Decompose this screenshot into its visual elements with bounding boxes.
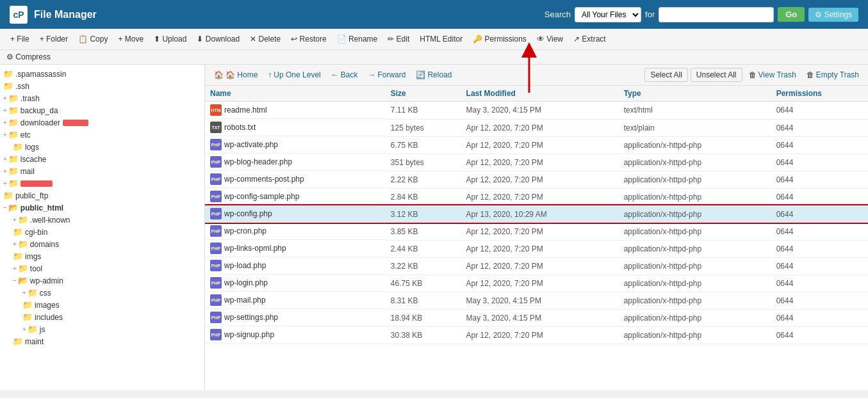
col-header-permissions[interactable]: Permissions <box>771 86 868 102</box>
sidebar-item-images[interactable]: 📁 images <box>0 299 204 311</box>
table-row[interactable]: PHPwp-mail.php8.31 KBMay 3, 2020, 4:15 P… <box>205 292 868 309</box>
col-header-type[interactable]: Type <box>619 86 771 102</box>
table-row[interactable]: PHPwp-blog-header.php351 bytesApr 12, 20… <box>205 154 868 171</box>
search-input[interactable] <box>659 7 774 22</box>
sidebar-item-downloader[interactable]: + 📁 downloader <box>0 116 204 129</box>
file-name-cell[interactable]: PHPwp-mail.php <box>205 292 386 309</box>
expand-icon[interactable]: + <box>3 107 7 114</box>
table-row[interactable]: PHPwp-signup.php30.38 KBApr 12, 2020, 7:… <box>205 326 868 344</box>
expand-icon[interactable]: + <box>13 241 17 248</box>
table-row[interactable]: PHPwp-config.php3.12 KBApr 13, 2020, 10:… <box>205 205 868 223</box>
settings-button[interactable]: ⚙ Settings <box>808 8 858 22</box>
sidebar-item-domains[interactable]: + 📁 domains <box>0 238 204 250</box>
table-row[interactable]: TXTrobots.txt125 bytesApr 12, 2020, 7:20… <box>205 119 868 136</box>
expand-icon[interactable]: + <box>22 326 26 333</box>
unselect-all-button[interactable]: Unselect All <box>691 68 742 82</box>
sidebar-item-cgi-bin[interactable]: 📁 cgi-bin <box>0 226 204 238</box>
file-name-cell[interactable]: PHPwp-config.php <box>205 205 386 223</box>
table-row[interactable]: PHPwp-activate.php6.75 KBApr 12, 2020, 7… <box>205 136 868 154</box>
copy-button[interactable]: 📋 Copy <box>74 33 111 45</box>
table-row[interactable]: PHPwp-login.php46.75 KBApr 12, 2020, 7:2… <box>205 275 868 292</box>
file-name-cell[interactable]: PHPwp-settings.php <box>205 309 386 326</box>
back-button[interactable]: ← Back <box>327 68 362 81</box>
file-name-cell[interactable]: PHPwp-activate.php <box>205 136 386 154</box>
expand-icon[interactable]: − <box>3 204 7 211</box>
file-name-cell[interactable]: PHPwp-cron.php <box>205 223 386 240</box>
restore-button[interactable]: ↩ Restore <box>287 33 330 45</box>
table-row[interactable]: PHPwp-load.php3.22 KBApr 12, 2020, 7:20 … <box>205 257 868 275</box>
sidebar-item-lscache[interactable]: + 📁 lscache <box>0 153 204 165</box>
move-button[interactable]: + Move <box>114 33 147 45</box>
empty-trash-button[interactable]: 🗑 Empty Trash <box>803 68 863 81</box>
view-trash-button[interactable]: 🗑 View Trash <box>745 68 800 81</box>
sidebar-item-css[interactable]: + 📁 css <box>0 287 204 299</box>
expand-icon[interactable]: + <box>13 216 17 223</box>
html-editor-button[interactable]: HTML Editor <box>416 33 466 45</box>
expand-icon[interactable]: + <box>3 155 7 163</box>
edit-button[interactable]: ✏ Edit <box>384 33 413 45</box>
file-name-cell[interactable]: PHPwp-config-sample.php <box>205 188 386 205</box>
table-row[interactable]: PHPwp-config-sample.php2.84 KBApr 12, 20… <box>205 188 868 205</box>
download-button[interactable]: ⬇ Download <box>193 33 243 45</box>
col-header-name[interactable]: Name <box>205 86 386 102</box>
expand-icon[interactable]: + <box>3 168 7 175</box>
file-name-cell[interactable]: PHPwp-load.php <box>205 257 386 275</box>
expand-icon[interactable]: + <box>22 289 26 296</box>
expand-icon[interactable]: − <box>13 277 17 284</box>
sidebar-item-etc[interactable]: + 📁 etc <box>0 129 204 141</box>
table-row[interactable]: HTMreadme.html7.11 KBMay 3, 2020, 4:15 P… <box>205 102 868 120</box>
file-name-cell[interactable]: PHPwp-login.php <box>205 275 386 292</box>
upload-button[interactable]: ⬆ Upload <box>150 33 190 45</box>
forward-button[interactable]: → Forward <box>364 68 409 81</box>
expand-icon[interactable]: + <box>3 119 7 126</box>
sidebar-item-maint[interactable]: 📁 maint <box>0 335 204 347</box>
sidebar-item-imgs[interactable]: 📁 imgs <box>0 250 204 262</box>
expand-icon[interactable]: + <box>3 131 7 138</box>
expand-icon[interactable]: + <box>13 265 17 272</box>
col-header-modified[interactable]: Last Modified <box>461 86 619 102</box>
rename-button[interactable]: 📄 Rename <box>333 33 382 45</box>
sidebar-item-tool[interactable]: + 📁 tool <box>0 262 204 275</box>
permissions-button[interactable]: 🔑 Permissions <box>469 33 530 45</box>
new-folder-button[interactable]: + Folder <box>36 33 72 45</box>
sidebar-item-trash[interactable]: + 📁 .trash <box>0 92 204 104</box>
sidebar-item-wp-admin[interactable]: − 📂 wp-admin <box>0 275 204 287</box>
table-row[interactable]: PHPwp-comments-post.php2.22 KBApr 12, 20… <box>205 171 868 188</box>
new-file-button[interactable]: + File <box>6 33 33 45</box>
sidebar-item-public-ftp[interactable]: 📁 public_ftp <box>0 189 204 202</box>
select-all-button[interactable]: Select All <box>644 68 687 82</box>
sidebar-item-includes[interactable]: 📁 includes <box>0 311 204 323</box>
file-name-cell[interactable]: HTMreadme.html <box>205 102 386 119</box>
table-row[interactable]: PHPwp-settings.php18.94 KBMay 3, 2020, 4… <box>205 309 868 326</box>
sidebar-item-backup[interactable]: + 📁 backup_da <box>0 104 204 116</box>
compress-button[interactable]: ⚙ Compress <box>6 52 51 61</box>
up-one-level-button[interactable]: ↑ Up One Level <box>264 68 324 81</box>
expand-icon[interactable]: + <box>3 180 7 187</box>
sidebar-item-js[interactable]: + 📁 js <box>0 323 204 335</box>
sidebar-item-well-known[interactable]: + 📁 .well-known <box>0 214 204 226</box>
reload-button[interactable]: 🔄 Reload <box>412 68 455 81</box>
sidebar-item-ssh[interactable]: 📁 .ssh <box>0 80 204 92</box>
view-button[interactable]: 👁 View <box>533 33 567 45</box>
sidebar-item-mail[interactable]: + 📁 mail <box>0 165 204 177</box>
go-button[interactable]: Go <box>778 7 805 22</box>
file-name-cell[interactable]: TXTrobots.txt <box>205 119 386 136</box>
search-scope-select[interactable]: All Your Files File Name File Content <box>575 7 641 22</box>
file-name-cell[interactable]: PHPwp-links-opml.php <box>205 240 386 257</box>
home-button[interactable]: 🏠 🏠 Home <box>210 68 261 81</box>
file-name-cell[interactable]: PHPwp-blog-header.php <box>205 154 386 171</box>
file-name-cell[interactable]: PHPwp-signup.php <box>205 326 386 344</box>
extract-button[interactable]: ↗ Extract <box>569 33 610 45</box>
expand-icon[interactable]: + <box>3 95 7 102</box>
file-table-container[interactable]: Name Size Last Modified Type Permissions… <box>205 86 868 390</box>
sidebar-item-public-html[interactable]: − 📂 public_html <box>0 202 204 214</box>
sidebar-item-logs[interactable]: 📁 logs <box>0 141 204 153</box>
col-header-size[interactable]: Size <box>386 86 461 102</box>
table-row[interactable]: PHPwp-cron.php3.85 KBApr 12, 2020, 7:20 … <box>205 223 868 240</box>
sidebar[interactable]: 📁 .spamassassin 📁 .ssh + 📁 .trash + 📁 ba… <box>0 65 205 390</box>
delete-button[interactable]: ✕ Delete <box>246 33 284 45</box>
table-row[interactable]: PHPwp-links-opml.php2.44 KBApr 12, 2020,… <box>205 240 868 257</box>
sidebar-item-spamassassin[interactable]: 📁 .spamassassin <box>0 68 204 80</box>
file-name-cell[interactable]: PHPwp-comments-post.php <box>205 171 386 188</box>
sidebar-item-redacted[interactable]: + 📁 <box>0 177 204 189</box>
